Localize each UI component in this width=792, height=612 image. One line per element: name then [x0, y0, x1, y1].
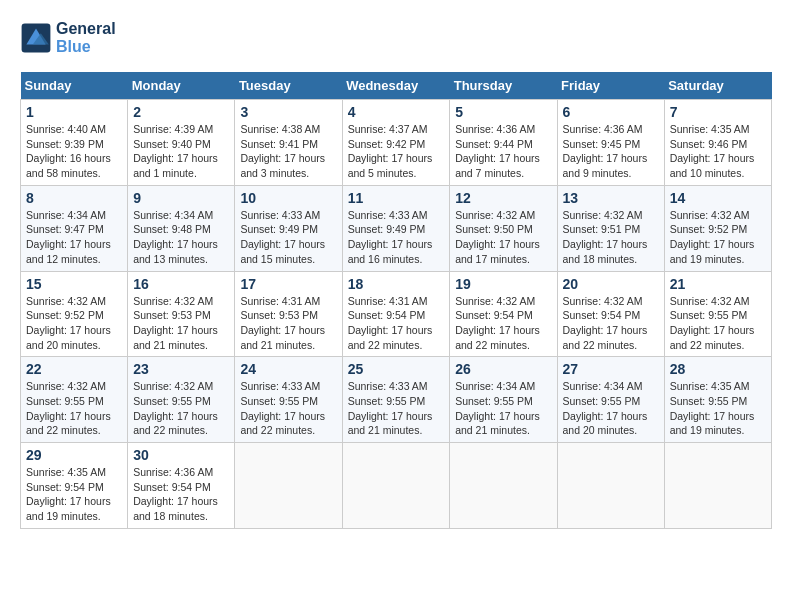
day-number: 13	[563, 190, 659, 206]
calendar-cell: 3Sunrise: 4:38 AM Sunset: 9:41 PM Daylig…	[235, 100, 342, 186]
calendar-cell: 18Sunrise: 4:31 AM Sunset: 9:54 PM Dayli…	[342, 271, 450, 357]
day-info: Sunrise: 4:38 AM Sunset: 9:41 PM Dayligh…	[240, 122, 336, 181]
calendar-cell: 27Sunrise: 4:34 AM Sunset: 9:55 PM Dayli…	[557, 357, 664, 443]
day-info: Sunrise: 4:33 AM Sunset: 9:55 PM Dayligh…	[240, 379, 336, 438]
day-info: Sunrise: 4:33 AM Sunset: 9:55 PM Dayligh…	[348, 379, 445, 438]
day-number: 8	[26, 190, 122, 206]
calendar-cell: 14Sunrise: 4:32 AM Sunset: 9:52 PM Dayli…	[664, 185, 771, 271]
calendar-week-row: 15Sunrise: 4:32 AM Sunset: 9:52 PM Dayli…	[21, 271, 772, 357]
day-number: 5	[455, 104, 551, 120]
calendar-cell: 22Sunrise: 4:32 AM Sunset: 9:55 PM Dayli…	[21, 357, 128, 443]
day-info: Sunrise: 4:39 AM Sunset: 9:40 PM Dayligh…	[133, 122, 229, 181]
day-info: Sunrise: 4:35 AM Sunset: 9:55 PM Dayligh…	[670, 379, 766, 438]
day-info: Sunrise: 4:32 AM Sunset: 9:50 PM Dayligh…	[455, 208, 551, 267]
day-info: Sunrise: 4:32 AM Sunset: 9:52 PM Dayligh…	[670, 208, 766, 267]
calendar-cell: 12Sunrise: 4:32 AM Sunset: 9:50 PM Dayli…	[450, 185, 557, 271]
day-info: Sunrise: 4:35 AM Sunset: 9:54 PM Dayligh…	[26, 465, 122, 524]
day-info: Sunrise: 4:34 AM Sunset: 9:55 PM Dayligh…	[455, 379, 551, 438]
calendar-cell: 20Sunrise: 4:32 AM Sunset: 9:54 PM Dayli…	[557, 271, 664, 357]
calendar-cell: 29Sunrise: 4:35 AM Sunset: 9:54 PM Dayli…	[21, 443, 128, 529]
calendar-week-row: 1Sunrise: 4:40 AM Sunset: 9:39 PM Daylig…	[21, 100, 772, 186]
day-info: Sunrise: 4:32 AM Sunset: 9:51 PM Dayligh…	[563, 208, 659, 267]
calendar-header-row: SundayMondayTuesdayWednesdayThursdayFrid…	[21, 72, 772, 100]
day-number: 17	[240, 276, 336, 292]
day-info: Sunrise: 4:32 AM Sunset: 9:55 PM Dayligh…	[670, 294, 766, 353]
day-info: Sunrise: 4:31 AM Sunset: 9:54 PM Dayligh…	[348, 294, 445, 353]
weekday-header: Friday	[557, 72, 664, 100]
day-info: Sunrise: 4:32 AM Sunset: 9:54 PM Dayligh…	[455, 294, 551, 353]
calendar-cell: 16Sunrise: 4:32 AM Sunset: 9:53 PM Dayli…	[128, 271, 235, 357]
day-info: Sunrise: 4:37 AM Sunset: 9:42 PM Dayligh…	[348, 122, 445, 181]
day-number: 26	[455, 361, 551, 377]
calendar-week-row: 8Sunrise: 4:34 AM Sunset: 9:47 PM Daylig…	[21, 185, 772, 271]
day-number: 29	[26, 447, 122, 463]
weekday-header: Tuesday	[235, 72, 342, 100]
logo: General Blue	[20, 20, 116, 56]
calendar-cell: 2Sunrise: 4:39 AM Sunset: 9:40 PM Daylig…	[128, 100, 235, 186]
calendar-cell: 1Sunrise: 4:40 AM Sunset: 9:39 PM Daylig…	[21, 100, 128, 186]
calendar-cell: 13Sunrise: 4:32 AM Sunset: 9:51 PM Dayli…	[557, 185, 664, 271]
day-info: Sunrise: 4:32 AM Sunset: 9:53 PM Dayligh…	[133, 294, 229, 353]
calendar-body: 1Sunrise: 4:40 AM Sunset: 9:39 PM Daylig…	[21, 100, 772, 529]
day-info: Sunrise: 4:31 AM Sunset: 9:53 PM Dayligh…	[240, 294, 336, 353]
day-number: 12	[455, 190, 551, 206]
calendar-cell: 23Sunrise: 4:32 AM Sunset: 9:55 PM Dayli…	[128, 357, 235, 443]
day-number: 6	[563, 104, 659, 120]
calendar-table: SundayMondayTuesdayWednesdayThursdayFrid…	[20, 72, 772, 529]
day-number: 24	[240, 361, 336, 377]
page-header: General Blue	[20, 20, 772, 56]
weekday-header: Monday	[128, 72, 235, 100]
day-number: 25	[348, 361, 445, 377]
day-number: 21	[670, 276, 766, 292]
calendar-cell: 6Sunrise: 4:36 AM Sunset: 9:45 PM Daylig…	[557, 100, 664, 186]
calendar-cell	[557, 443, 664, 529]
day-number: 16	[133, 276, 229, 292]
day-info: Sunrise: 4:35 AM Sunset: 9:46 PM Dayligh…	[670, 122, 766, 181]
calendar-cell: 4Sunrise: 4:37 AM Sunset: 9:42 PM Daylig…	[342, 100, 450, 186]
calendar-cell: 9Sunrise: 4:34 AM Sunset: 9:48 PM Daylig…	[128, 185, 235, 271]
day-info: Sunrise: 4:32 AM Sunset: 9:55 PM Dayligh…	[133, 379, 229, 438]
day-info: Sunrise: 4:34 AM Sunset: 9:55 PM Dayligh…	[563, 379, 659, 438]
day-number: 4	[348, 104, 445, 120]
day-info: Sunrise: 4:32 AM Sunset: 9:54 PM Dayligh…	[563, 294, 659, 353]
calendar-cell: 8Sunrise: 4:34 AM Sunset: 9:47 PM Daylig…	[21, 185, 128, 271]
calendar-cell: 30Sunrise: 4:36 AM Sunset: 9:54 PM Dayli…	[128, 443, 235, 529]
day-number: 30	[133, 447, 229, 463]
calendar-week-row: 22Sunrise: 4:32 AM Sunset: 9:55 PM Dayli…	[21, 357, 772, 443]
day-number: 18	[348, 276, 445, 292]
day-number: 23	[133, 361, 229, 377]
weekday-header: Thursday	[450, 72, 557, 100]
weekday-header: Sunday	[21, 72, 128, 100]
day-info: Sunrise: 4:33 AM Sunset: 9:49 PM Dayligh…	[348, 208, 445, 267]
calendar-cell	[235, 443, 342, 529]
day-number: 2	[133, 104, 229, 120]
calendar-cell: 25Sunrise: 4:33 AM Sunset: 9:55 PM Dayli…	[342, 357, 450, 443]
day-number: 7	[670, 104, 766, 120]
calendar-cell: 5Sunrise: 4:36 AM Sunset: 9:44 PM Daylig…	[450, 100, 557, 186]
calendar-cell: 24Sunrise: 4:33 AM Sunset: 9:55 PM Dayli…	[235, 357, 342, 443]
day-info: Sunrise: 4:40 AM Sunset: 9:39 PM Dayligh…	[26, 122, 122, 181]
day-info: Sunrise: 4:36 AM Sunset: 9:54 PM Dayligh…	[133, 465, 229, 524]
day-info: Sunrise: 4:36 AM Sunset: 9:45 PM Dayligh…	[563, 122, 659, 181]
calendar-cell: 11Sunrise: 4:33 AM Sunset: 9:49 PM Dayli…	[342, 185, 450, 271]
calendar-cell	[450, 443, 557, 529]
day-number: 22	[26, 361, 122, 377]
day-info: Sunrise: 4:32 AM Sunset: 9:55 PM Dayligh…	[26, 379, 122, 438]
logo-text: General Blue	[56, 20, 116, 56]
calendar-cell: 10Sunrise: 4:33 AM Sunset: 9:49 PM Dayli…	[235, 185, 342, 271]
calendar-cell: 28Sunrise: 4:35 AM Sunset: 9:55 PM Dayli…	[664, 357, 771, 443]
logo-icon	[20, 22, 52, 54]
day-info: Sunrise: 4:33 AM Sunset: 9:49 PM Dayligh…	[240, 208, 336, 267]
calendar-cell: 17Sunrise: 4:31 AM Sunset: 9:53 PM Dayli…	[235, 271, 342, 357]
day-number: 3	[240, 104, 336, 120]
day-number: 15	[26, 276, 122, 292]
calendar-cell: 15Sunrise: 4:32 AM Sunset: 9:52 PM Dayli…	[21, 271, 128, 357]
weekday-header: Saturday	[664, 72, 771, 100]
calendar-cell: 19Sunrise: 4:32 AM Sunset: 9:54 PM Dayli…	[450, 271, 557, 357]
day-number: 20	[563, 276, 659, 292]
day-number: 9	[133, 190, 229, 206]
day-number: 28	[670, 361, 766, 377]
calendar-cell: 21Sunrise: 4:32 AM Sunset: 9:55 PM Dayli…	[664, 271, 771, 357]
day-info: Sunrise: 4:34 AM Sunset: 9:47 PM Dayligh…	[26, 208, 122, 267]
calendar-cell	[342, 443, 450, 529]
